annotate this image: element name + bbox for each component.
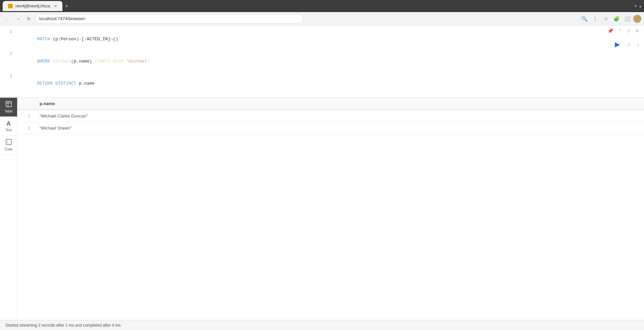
keyword-distinct: DISTINCT [55, 81, 76, 86]
code-content-1: MATCH (p:Person)-[:ACTED_IN]→() [16, 28, 118, 50]
nav-bar: ← → ↻ localhost:7474/browser/ 🔍 ⋮ ☆ 🧩 ⬜ [0, 12, 644, 26]
main-content: 📌 ⌃ ⤢ ✕ 1 MATCH (p:Person)-[:ACTED_IN]→(… [0, 26, 644, 330]
row-value: "Michael Sheen" [34, 122, 644, 134]
code-icon: >_ [6, 139, 12, 146]
code-content-2: WHERE toLower(p.name) STARTS WITH 'micha… [16, 50, 150, 73]
bookmark-button[interactable]: ☆ [601, 14, 610, 23]
keyword-starts-with: STARTS WITH [95, 59, 123, 64]
reload-button[interactable]: ↻ [24, 14, 34, 23]
row-number: 2 [17, 122, 34, 134]
sidebar-label-table: Table [5, 109, 13, 113]
status-bar: Started streaming 2 records after 1 ms a… [0, 320, 644, 330]
row-number: 1 [17, 110, 34, 122]
address-text: localhost:7474/browser/ [39, 16, 85, 21]
sidebar-label-text: Text [5, 128, 11, 132]
code-content-3: RETURN DISTINCT p.name [16, 73, 95, 95]
window-controls: ▾ ▴ [635, 4, 641, 8]
row-value: "Michael Clarke Duncan" [34, 110, 644, 122]
tab-title: neo4j@neo4j;//loca [15, 4, 50, 8]
back-button[interactable]: ← [3, 14, 12, 23]
text-icon: A [6, 120, 11, 127]
code-line-1: 1 MATCH (p:Person)-[:ACTED_IN]→() [0, 28, 644, 50]
pin-button[interactable]: 📌 [607, 28, 614, 34]
close-query-button[interactable]: ✕ [635, 28, 640, 34]
row-num-header [17, 98, 34, 110]
profile-avatar[interactable] [633, 15, 641, 23]
keyword-match: MATCH [37, 37, 50, 42]
keyword-return: RETURN [37, 81, 53, 86]
fullscreen-button[interactable]: ⤢ [626, 28, 631, 34]
column-header-pname: p.name [34, 98, 644, 110]
tab-close-button[interactable]: ✕ [54, 4, 57, 8]
query-editor: 📌 ⌃ ⤢ ✕ 1 MATCH (p:Person)-[:ACTED_IN]→(… [0, 26, 644, 98]
search-icon-button[interactable]: 🔍 [580, 14, 589, 23]
window-maximize-icon: ▴ [639, 4, 641, 8]
svg-text:>_: >_ [7, 141, 10, 144]
browser-chrome: neo4j@neo4j;//loca ✕ + ▾ ▴ [0, 0, 644, 12]
svg-rect-0 [6, 101, 11, 107]
line-number-3: 3 [3, 73, 12, 80]
table-row: 2"Michael Sheen" [17, 122, 644, 134]
tab-bar: neo4j@neo4j;//loca ✕ + [3, 0, 68, 12]
active-tab[interactable]: neo4j@neo4j;//loca ✕ [3, 1, 62, 11]
run-query-button[interactable]: ▶ [613, 40, 622, 49]
sidebar-item-table[interactable]: Table [0, 98, 17, 117]
code-line-3: 3 RETURN DISTINCT p.name [0, 73, 644, 95]
window-minimize-icon: ▾ [635, 4, 637, 8]
collapse-button[interactable]: ⌃ [617, 28, 623, 34]
left-sidebar: Table A Text >_ Code [0, 98, 17, 330]
results-area: Table A Text >_ Code [0, 98, 644, 330]
table-icon [6, 101, 12, 108]
share-button[interactable]: ⋮ [590, 14, 600, 23]
address-bar[interactable]: localhost:7474/browser/ [35, 14, 303, 23]
line-number-1: 1 [3, 28, 12, 36]
tab-favicon-icon [8, 4, 13, 8]
download-results-button[interactable]: ↓ [636, 41, 640, 48]
code-normal-1: (p:Person)-[:ACTED_IN]→() [50, 37, 118, 42]
favorite-button[interactable]: ☆ [626, 41, 632, 48]
sidebar-item-text[interactable]: A Text [0, 117, 17, 136]
split-screen-button[interactable]: ⬜ [623, 14, 632, 23]
sidebar-item-code[interactable]: >_ Code [0, 136, 17, 155]
string-michael: 'michael' [126, 59, 150, 64]
results-table-area: p.name 1"Michael Clarke Duncan"2"Michael… [17, 98, 644, 330]
fn-tolower: toLower [53, 59, 71, 64]
line-number-2: 2 [3, 50, 12, 58]
code-line-2: 2 WHERE toLower(p.name) STARTS WITH 'mic… [0, 50, 644, 73]
extensions-button[interactable]: 🧩 [612, 14, 621, 23]
table-row: 1"Michael Clarke Duncan" [17, 110, 644, 122]
results-table: p.name 1"Michael Clarke Duncan"2"Michael… [17, 98, 644, 134]
nav-right-icons: 🔍 ⋮ ☆ 🧩 ⬜ [580, 14, 641, 23]
keyword-where: WHERE [37, 59, 50, 64]
status-message: Started streaming 2 records after 1 ms a… [5, 323, 122, 328]
sidebar-label-code: Code [5, 147, 13, 151]
new-tab-button[interactable]: + [65, 3, 68, 9]
forward-button[interactable]: → [13, 14, 23, 23]
query-toolbar: 📌 ⌃ ⤢ ✕ [607, 28, 640, 34]
table-header-row: p.name [17, 98, 644, 110]
